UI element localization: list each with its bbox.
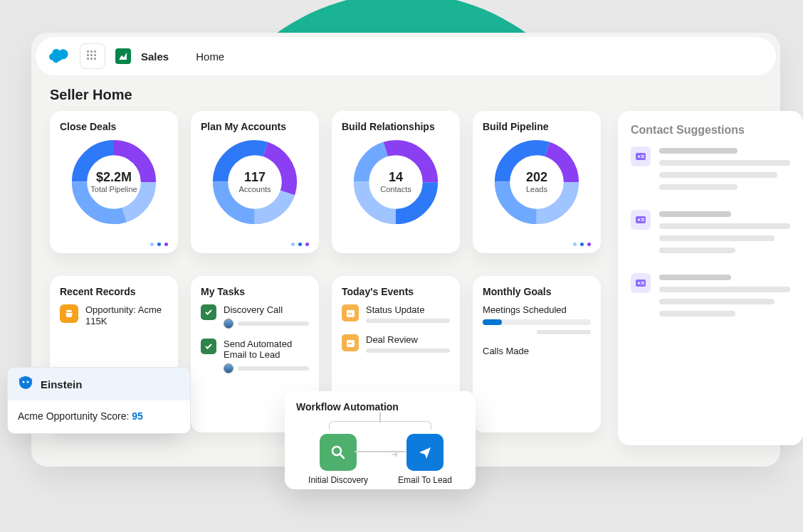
kpi-title: Plan My Accounts: [201, 121, 309, 132]
kpi-row: Close Deals $2.2MTotal Pipeline Plan My …: [50, 111, 601, 253]
svg-rect-31: [641, 284, 645, 284]
goal-label: Calls Made: [483, 346, 591, 356]
svg-rect-38: [350, 343, 352, 344]
progress-track: [483, 319, 591, 325]
kpi-title: Build Pipeline: [483, 121, 591, 132]
nav-home[interactable]: Home: [196, 50, 224, 63]
task-text: Discovery Call: [224, 304, 309, 316]
einstein-score: 95: [132, 410, 143, 422]
pager-dots[interactable]: [150, 243, 168, 246]
workflow-node-label: Email To Lead: [398, 475, 452, 485]
svg-rect-23: [641, 157, 645, 158]
svg-rect-28: [636, 280, 646, 287]
event-item[interactable]: Status Update: [342, 304, 450, 323]
svg-rect-33: [347, 310, 355, 312]
svg-point-25: [638, 219, 640, 221]
svg-rect-37: [348, 343, 350, 344]
avatar-icon: [224, 319, 233, 329]
event-item[interactable]: Deal Review: [342, 334, 450, 353]
opportunity-icon: [60, 304, 78, 323]
kpi-title: Close Deals: [60, 121, 168, 132]
calendar-icon: [342, 304, 359, 321]
kpi-label: Total Pipeline: [90, 185, 137, 193]
workflow-node-discovery[interactable]: Initial Discovery: [308, 434, 368, 485]
sales-app-icon: [115, 48, 131, 64]
kpi-title: Build Relationships: [342, 121, 450, 132]
task-item[interactable]: Discovery Call: [201, 304, 309, 329]
event-text: Status Update: [366, 304, 450, 315]
svg-rect-34: [348, 313, 350, 314]
kpi-value: 117: [244, 170, 266, 185]
contact-suggestions-title: Contact Suggestions: [631, 124, 790, 137]
svg-rect-30: [641, 282, 645, 282]
panel-title: My Tasks: [201, 286, 309, 297]
kpi-plan-accounts[interactable]: Plan My Accounts 117Accounts: [191, 111, 319, 253]
event-text: Deal Review: [366, 334, 450, 345]
einstein-body-text: Acme Opportunity Score:: [18, 410, 132, 422]
waffle-icon: [87, 50, 98, 62]
placeholder-line: [238, 366, 309, 371]
placeholder-line: [366, 319, 450, 323]
task-text: Send Automated Email to Lead: [224, 339, 309, 361]
goal-label: Meetings Scheduled: [483, 304, 591, 315]
donut-chart: $2.2MTotal Pipeline: [68, 137, 159, 228]
kpi-label: Leads: [526, 185, 547, 193]
goal-item: Calls Made: [483, 346, 591, 356]
svg-rect-22: [641, 155, 645, 156]
checkbox-checked-icon[interactable]: [201, 304, 216, 320]
record-item[interactable]: Opportunity: Acme 115K: [60, 304, 168, 328]
pager-dots[interactable]: [291, 243, 309, 246]
topbar: Sales Home: [36, 37, 776, 75]
contact-suggestions-panel: Contact Suggestions: [618, 111, 803, 445]
task-item[interactable]: Send Automated Email to Lead: [201, 339, 309, 373]
kpi-build-relationships[interactable]: Build Relationships 14Contacts: [332, 111, 460, 253]
arrow-right-icon: [392, 448, 399, 461]
panel-title: Recent Records: [60, 286, 168, 297]
panel-title: Monthly Goals: [483, 286, 591, 297]
contact-suggestion-item[interactable]: [631, 273, 790, 316]
checkbox-checked-icon[interactable]: [201, 339, 216, 354]
contact-card-icon: [631, 147, 651, 166]
contact-suggestion-item[interactable]: [631, 147, 790, 190]
send-icon: [406, 434, 444, 471]
kpi-label: Contacts: [380, 185, 411, 193]
avatar-icon: [224, 363, 233, 373]
workflow-node-email[interactable]: Email To Lead: [398, 434, 452, 485]
svg-rect-27: [641, 220, 645, 221]
workflow-stem: [379, 413, 381, 422]
einstein-body: Acme Opportunity Score: 95: [8, 400, 190, 433]
goal-item: Meetings Scheduled: [483, 304, 591, 334]
svg-rect-35: [350, 313, 352, 314]
svg-rect-26: [641, 218, 645, 219]
salesforce-cloud-icon: [46, 48, 70, 65]
calendar-icon: [342, 334, 359, 351]
donut-chart: 202Leads: [491, 137, 582, 228]
contact-card-icon: [631, 273, 651, 293]
page-title: Seller Home: [50, 87, 132, 103]
donut-chart: 14Contacts: [350, 137, 441, 228]
workflow-node-label: Initial Discovery: [308, 475, 368, 485]
search-icon: [320, 434, 357, 471]
panel-title: Today's Events: [342, 286, 450, 297]
pager-dots[interactable]: [573, 243, 591, 246]
app-label: Sales: [141, 50, 169, 63]
kpi-value: 202: [526, 170, 547, 185]
placeholder-line: [366, 349, 450, 353]
einstein-popover: Einstein Acme Opportunity Score: 95: [7, 367, 191, 434]
contact-suggestion-item[interactable]: [631, 210, 790, 253]
svg-point-41: [27, 381, 29, 383]
kpi-value: $2.2M: [96, 170, 132, 185]
svg-point-29: [638, 282, 640, 284]
kpi-build-pipeline[interactable]: Build Pipeline 202Leads: [473, 111, 601, 253]
donut-chart: 117Accounts: [209, 137, 300, 228]
svg-rect-20: [636, 153, 646, 160]
contact-card-icon: [631, 210, 651, 230]
placeholder-line: [238, 321, 309, 326]
kpi-close-deals[interactable]: Close Deals $2.2MTotal Pipeline: [50, 111, 178, 253]
workflow-title: Workflow Automation: [296, 401, 464, 413]
monthly-goals-panel: Monthly Goals Meetings Scheduled Calls M…: [473, 276, 601, 432]
kpi-label: Accounts: [238, 185, 271, 193]
placeholder-line: [537, 330, 591, 334]
svg-point-40: [23, 381, 25, 383]
app-launcher-button[interactable]: [80, 43, 105, 69]
